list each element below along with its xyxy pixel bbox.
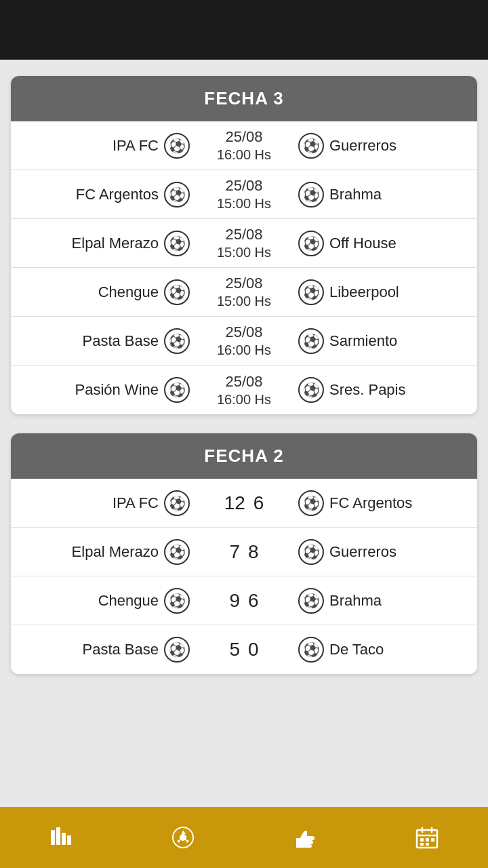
team-away: ⚽FC Argentos [298,490,466,516]
match-center-info: 96 [190,590,298,612]
team-home: Pasta Base⚽ [22,637,190,663]
away-team-badge: ⚽ [298,279,324,305]
svg-rect-3 [67,835,71,845]
match-center-info: 25/0816:00 Hs [190,373,298,408]
away-team-badge: ⚽ [298,231,324,256]
team-home: Chengue⚽ [22,279,190,305]
match-date: 25/08 [225,128,262,146]
match-row[interactable]: Pasión Wine⚽25/0816:00 Hs⚽Sres. Papis [11,366,477,414]
svg-rect-17 [426,843,429,846]
team-away: ⚽Libeerpool [298,279,466,305]
score-home: 9 [229,590,240,612]
team-home: Chengue⚽ [22,588,190,614]
svg-rect-16 [420,843,424,846]
svg-rect-15 [431,838,434,842]
nav-item-standings[interactable] [48,825,74,850]
header [0,0,488,60]
home-team-name: Elpal Merazo [72,543,159,561]
match-center-info: 25/0815:00 Hs [190,275,298,309]
away-team-name: Guerreros [329,137,396,155]
score-display: 126 [224,492,264,514]
home-team-name: IPA FC [113,494,159,512]
away-team-name: Off House [329,235,396,252]
home-team-name: Pasión Wine [75,381,159,399]
home-team-name: Elpal Merazo [72,235,159,252]
match-row[interactable]: Pasta Base⚽25/0816:00 Hs⚽Sarmiento [11,317,477,366]
home-team-badge: ⚽ [164,231,190,256]
score-display: 96 [229,590,258,612]
away-team-badge: ⚽ [298,182,324,208]
match-row[interactable]: FC Argentos⚽25/0815:00 Hs⚽Brahma [11,170,477,219]
team-away: ⚽Guerreros [298,539,466,565]
match-date: 25/08 [225,373,262,391]
svg-point-8 [180,835,186,840]
home-team-name: Chengue [98,283,159,301]
bottom-navigation [0,807,488,868]
score-away: 6 [248,590,259,612]
svg-rect-1 [56,827,60,845]
away-team-name: Sres. Papis [329,381,406,399]
match-row[interactable]: Elpal Merazo⚽25/0815:00 Hs⚽Off House [11,219,477,268]
home-team-badge: ⚽ [164,328,190,354]
team-away: ⚽Guerreros [298,133,466,159]
score-display: 50 [229,639,258,660]
match-time: 16:00 Hs [217,392,271,408]
team-home: Elpal Merazo⚽ [22,231,190,256]
score-away: 6 [253,492,264,514]
match-row[interactable]: Elpal Merazo⚽78⚽Guerreros [11,528,477,576]
match-row[interactable]: IPA FC⚽126⚽FC Argentos [11,479,477,528]
match-time: 16:00 Hs [217,147,271,163]
home-team-badge: ⚽ [164,133,190,159]
away-team-badge: ⚽ [298,133,324,159]
home-team-badge: ⚽ [164,588,190,614]
match-time: 15:00 Hs [217,294,271,309]
home-team-name: IPA FC [113,137,159,155]
svg-rect-2 [62,833,66,845]
home-team-name: FC Argentos [76,186,159,203]
match-row[interactable]: Chengue⚽25/0815:00 Hs⚽Libeerpool [11,268,477,317]
svg-rect-0 [51,830,55,845]
match-center-info: 50 [190,639,298,660]
team-away: ⚽Brahma [298,588,466,614]
svg-rect-14 [426,838,429,842]
match-center-info: 25/0815:00 Hs [190,177,298,212]
nav-item-soccer[interactable] [170,825,196,850]
away-team-badge: ⚽ [298,377,324,403]
team-home: IPA FC⚽ [22,490,190,516]
match-row[interactable]: Pasta Base⚽50⚽De Taco [11,625,477,674]
home-team-name: Pasta Base [82,332,159,350]
away-team-name: FC Argentos [329,494,412,512]
section-fecha2: FECHA 2IPA FC⚽126⚽FC ArgentosElpal Meraz… [11,433,477,674]
nav-item-calendar[interactable] [414,825,440,850]
nav-item-like[interactable] [292,825,318,850]
team-away: ⚽Sarmiento [298,328,466,354]
match-row[interactable]: IPA FC⚽25/0816:00 Hs⚽Guerreros [11,121,477,170]
score-home: 7 [229,541,240,563]
team-away: ⚽Sres. Papis [298,377,466,403]
away-team-badge: ⚽ [298,539,324,565]
away-team-name: Guerreros [329,543,396,561]
match-date: 25/08 [225,177,262,195]
away-team-badge: ⚽ [298,328,324,354]
match-center-info: 25/0815:00 Hs [190,226,298,260]
away-team-name: Brahma [329,186,382,203]
home-team-badge: ⚽ [164,490,190,516]
section-header-fecha2: FECHA 2 [11,433,477,479]
away-team-badge: ⚽ [298,588,324,614]
match-date: 25/08 [225,323,262,341]
score-away: 0 [248,639,259,660]
svg-rect-13 [420,838,424,842]
home-team-badge: ⚽ [164,637,190,663]
team-home: Pasión Wine⚽ [22,377,190,403]
score-home: 12 [224,492,245,514]
svg-marker-5 [182,830,186,834]
match-row[interactable]: Chengue⚽96⚽Brahma [11,576,477,625]
section-fecha3: FECHA 3IPA FC⚽25/0816:00 Hs⚽GuerrerosFC … [11,76,477,414]
match-center-info: 25/0816:00 Hs [190,128,298,163]
team-home: Elpal Merazo⚽ [22,539,190,565]
away-team-name: De Taco [329,641,384,658]
away-team-badge: ⚽ [298,637,324,663]
score-away: 8 [248,541,259,563]
home-team-badge: ⚽ [164,377,190,403]
home-team-badge: ⚽ [164,279,190,305]
